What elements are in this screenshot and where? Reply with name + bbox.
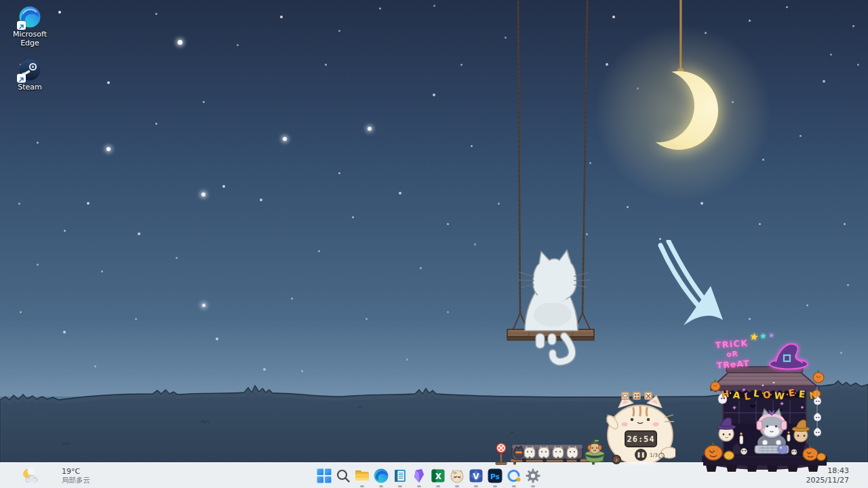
tray-date: 2025/11/27: [806, 476, 849, 485]
desktop-icon-steam[interactable]: Steam: [7, 58, 53, 92]
cat-clock-apps-button[interactable]: [633, 392, 641, 400]
taskbar-icon-visio[interactable]: V: [467, 464, 486, 488]
taskbar-weather[interactable]: 19°C 局部多云: [21, 463, 90, 488]
moon: [631, 0, 766, 190]
taskbar-icon-obsidian[interactable]: [410, 464, 429, 488]
cat-bus-widget[interactable]: [492, 440, 607, 470]
cat-clock-counter: 1/3: [650, 452, 658, 458]
cat-clock-pause-button[interactable]: ❚❚: [635, 449, 647, 461]
svg-text:X: X: [435, 472, 442, 481]
neon-stars: ★ ★ ★: [749, 332, 774, 342]
trick-or-treat-neon: TRiCK oR TReAT: [710, 338, 755, 371]
shortcut-arrow-badge: [17, 74, 26, 83]
taskbar-icon-start[interactable]: [315, 464, 334, 488]
taskbar-icon-search[interactable]: [334, 464, 353, 488]
taskbar-icon-file-explorer[interactable]: [353, 464, 372, 488]
cat-clock-loop-icon[interactable]: [658, 453, 665, 459]
taskbar-icon-notebook[interactable]: [391, 464, 410, 488]
taskbar-icon-excel[interactable]: X: [429, 464, 448, 488]
taskbar-icon-edge[interactable]: [372, 464, 391, 488]
cat-clock-close-button[interactable]: [644, 392, 652, 400]
halloween-banner: HALLOWEEN: [722, 388, 816, 401]
hand-drawn-arrow: [647, 240, 732, 335]
cat-clock-bus-button[interactable]: [621, 392, 629, 400]
desktop-icon-edge[interactable]: Microsoft Edge: [7, 5, 53, 47]
desktop-wallpaper: TRiCK oR TReAT ★ ★ ★ HALLOWEEN: [0, 0, 868, 488]
svg-text:V: V: [473, 472, 479, 481]
weather-temp: 19°C: [62, 468, 90, 476]
taskbar-icon-cat-app[interactable]: [448, 464, 467, 488]
cat-on-swing: [488, 0, 610, 380]
svg-text:Ps: Ps: [490, 472, 500, 481]
shortcut-arrow-badge: [17, 21, 26, 30]
cat-clock-display: 26:54: [625, 430, 657, 447]
weather-condition: 局部多云: [62, 476, 90, 484]
cat-clock-music-button[interactable]: ♪: [612, 455, 621, 464]
weather-moon-cloud-icon: [21, 467, 39, 485]
